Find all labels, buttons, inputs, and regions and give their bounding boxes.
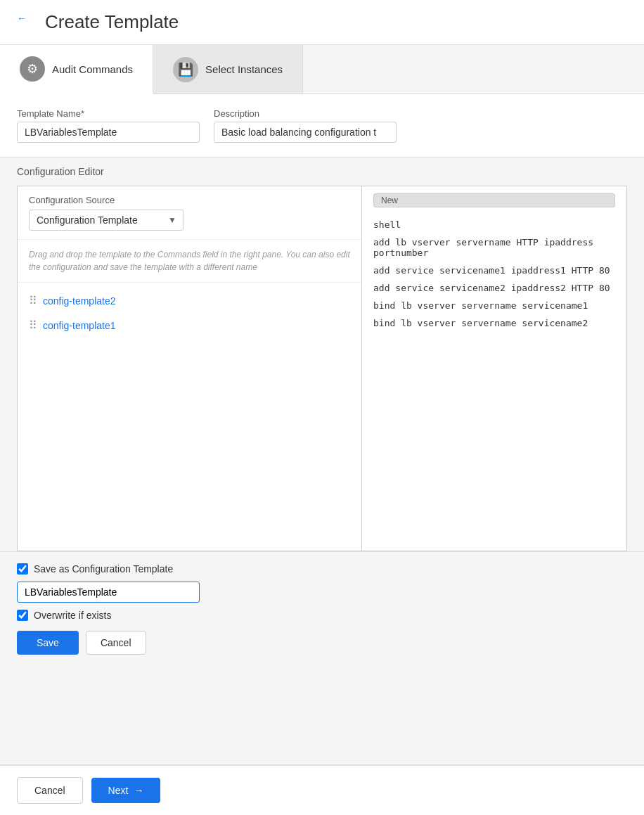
command-line: bind lb vserver servername servicename2 <box>373 314 615 332</box>
command-line: bind lb vserver servername servicename1 <box>373 297 615 314</box>
save-template-label: Save as Configuration Template <box>34 563 173 575</box>
config-editor-header: Configuration Editor <box>0 158 644 186</box>
description-input[interactable] <box>214 122 397 143</box>
tab-audit-commands-label: Audit Commands <box>52 63 133 75</box>
save-name-input[interactable] <box>17 582 200 603</box>
config-source-label: Configuration Source <box>29 195 350 205</box>
page-footer: Cancel Next → <box>0 764 644 815</box>
command-line: add service servicename2 ipaddress2 HTTP… <box>373 279 615 297</box>
description-group: Description <box>214 108 397 143</box>
template-list: ⠿ config-template2 ⠿ config-template1 <box>18 283 361 551</box>
tab-select-instances-label: Select Instances <box>205 63 283 75</box>
left-pane-hint: Drag and drop the template to the Comman… <box>18 240 361 283</box>
overwrite-row: Overwrite if exists <box>17 610 627 621</box>
template-name-input[interactable] <box>17 122 200 143</box>
select-instances-icon: 💾 <box>173 57 198 82</box>
footer-cancel-button[interactable]: Cancel <box>17 777 83 804</box>
form-section: Template Name* Description <box>0 94 644 158</box>
overwrite-checkbox[interactable] <box>17 610 28 621</box>
save-checkbox-row: Save as Configuration Template <box>17 563 627 575</box>
template-item[interactable]: ⠿ config-template1 <box>18 313 361 338</box>
command-line: add lb vserver servername HTTP ipaddress… <box>373 233 615 262</box>
new-badge: New <box>373 193 615 207</box>
back-icon[interactable]: ← <box>17 13 37 32</box>
editor-container: Configuration Source Configuration Templ… <box>17 186 627 551</box>
save-section: Save as Configuration Template Overwrite… <box>0 551 644 666</box>
footer-next-button[interactable]: Next → <box>91 778 161 803</box>
save-actions: Save Cancel <box>17 631 627 655</box>
next-label: Next <box>108 785 129 796</box>
drag-handle-icon: ⠿ <box>29 294 37 307</box>
config-editor-section: Configuration Editor Configuration Sourc… <box>0 158 644 764</box>
template-name-link[interactable]: config-template1 <box>43 320 116 331</box>
tabs-bar: ⚙ Audit Commands 💾 Select Instances <box>0 45 644 94</box>
command-line: shell <box>373 216 615 233</box>
config-editor-title: Configuration Editor <box>17 166 104 177</box>
left-pane: Configuration Source Configuration Templ… <box>18 186 362 551</box>
save-button[interactable]: Save <box>17 631 79 655</box>
left-pane-header: Configuration Source Configuration Templ… <box>18 186 361 240</box>
audit-commands-icon: ⚙ <box>20 56 45 82</box>
command-line: add service servicename1 ipaddress1 HTTP… <box>373 262 615 279</box>
overwrite-label: Overwrite if exists <box>34 610 111 621</box>
template-name-link[interactable]: config-template2 <box>43 295 116 307</box>
save-template-checkbox[interactable] <box>17 563 28 575</box>
template-name-label: Template Name* <box>17 108 200 119</box>
config-source-select[interactable]: Configuration Template Manual <box>29 210 183 231</box>
right-pane: New shell add lb vserver servername HTTP… <box>362 186 626 551</box>
tab-select-instances[interactable]: 💾 Select Instances <box>153 45 303 94</box>
page-title: Create Template <box>45 11 179 33</box>
tab-audit-commands[interactable]: ⚙ Audit Commands <box>0 45 153 94</box>
description-label: Description <box>214 108 397 119</box>
cancel-save-button[interactable]: Cancel <box>86 631 146 655</box>
select-wrapper: Configuration Template Manual ▼ <box>29 210 183 231</box>
drag-handle-icon: ⠿ <box>29 319 37 332</box>
template-item[interactable]: ⠿ config-template2 <box>18 288 361 313</box>
page-header: ← Create Template <box>0 0 644 45</box>
next-arrow-icon: → <box>134 785 143 796</box>
template-name-group: Template Name* <box>17 108 200 143</box>
